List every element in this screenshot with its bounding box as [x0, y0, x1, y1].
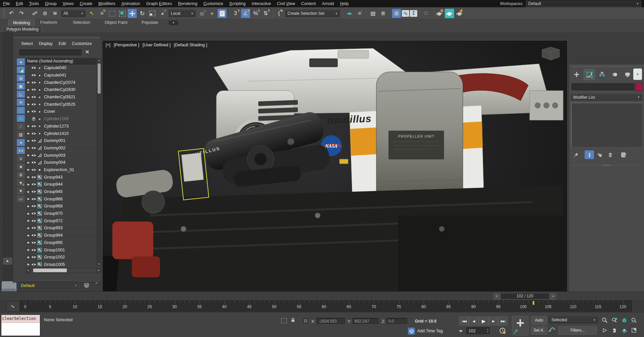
visibility-eye-icon[interactable] — [31, 139, 37, 142]
expand-icon[interactable]: ▶ — [26, 212, 31, 215]
curve-editor-icon[interactable]: ∿ — [402, 10, 409, 17]
menu-graph-editors[interactable]: Graph Editors — [143, 1, 175, 6]
menu-file[interactable]: File — [0, 1, 13, 6]
select-and-scale-icon[interactable] — [148, 9, 157, 18]
named-selection-sets-combo[interactable]: Create Selection Set▼ — [285, 10, 340, 17]
column-header-name[interactable]: Name (Sorted Ascending) — [26, 58, 96, 64]
lock-cell-editing-icon[interactable]: ■ — [16, 163, 25, 171]
viewport-menu-general[interactable]: [+] — [106, 43, 110, 47]
hscroll-track[interactable] — [31, 268, 96, 273]
expand-icon[interactable]: ▶ — [26, 139, 31, 142]
select-and-move-icon[interactable] — [127, 9, 137, 18]
use-pivot-point-center-icon[interactable]: ▯▯+ — [197, 9, 207, 18]
list-item[interactable]: ●Cylinder1269 — [26, 115, 96, 123]
more-chevrons-icon[interactable]: » — [96, 281, 98, 285]
object-name[interactable]: Cover — [44, 109, 55, 114]
visibility-eye-icon[interactable] — [31, 154, 37, 157]
visibility-eye-icon[interactable] — [31, 234, 37, 237]
expand-icon[interactable]: ▶ — [26, 241, 31, 244]
display-space-warps-icon[interactable]: ≋ — [16, 98, 25, 106]
display-groups-icon[interactable]: ◰ — [16, 106, 25, 114]
search-input[interactable] — [19, 49, 82, 56]
pick-container-icon[interactable]: ▭ — [16, 195, 25, 203]
visibility-eye-icon[interactable] — [31, 197, 37, 201]
hscroll-thumb[interactable] — [33, 269, 67, 272]
list-item[interactable]: ▶Group993 — [26, 225, 96, 232]
object-name[interactable]: Group1001 — [44, 248, 65, 252]
tab-polygon-modeling[interactable]: Polygon Modeling — [3, 26, 42, 32]
menu-animation[interactable]: Animation — [118, 1, 143, 6]
maxscript-mini-listener[interactable]: clearSelection — [1, 315, 40, 336]
object-name[interactable]: ExplorerArm_01 — [44, 167, 74, 172]
explorer-menu-display[interactable]: Display — [39, 41, 53, 46]
explorer-menu-customize[interactable]: Customize — [72, 41, 92, 46]
previous-frame-button[interactable]: ◀| — [469, 317, 479, 326]
object-name[interactable]: Dummy001 — [44, 138, 65, 143]
object-name[interactable]: ChamferCyl2830 — [44, 87, 75, 92]
show-end-result-icon[interactable] — [585, 150, 594, 159]
object-name[interactable]: Group1002 — [44, 255, 65, 259]
visibility-eye-icon[interactable] — [31, 81, 37, 84]
layers-icon[interactable] — [83, 282, 91, 289]
select-and-place-icon[interactable]: ◕↗ — [158, 9, 167, 18]
list-item[interactable]: ▶●ExplorerArm_01 — [26, 166, 96, 174]
object-name[interactable]: Group995 — [44, 240, 63, 245]
field-of-view-icon[interactable] — [600, 326, 609, 334]
menu-modifiers[interactable]: Modifiers — [95, 1, 118, 6]
list-item[interactable]: ▶●ChamferCyl2074 — [26, 79, 96, 86]
menu-scripting[interactable]: Scripting — [226, 1, 249, 6]
list-item[interactable]: ▶Group970 — [26, 210, 96, 218]
mini-curve-editor-button[interactable]: ∿ — [6, 301, 19, 312]
list-item[interactable]: ▶Dummy003 — [26, 152, 96, 159]
explorer-menu-edit[interactable]: Edit — [59, 41, 66, 46]
time-configuration-icon[interactable] — [498, 327, 506, 335]
display-frozen-icon[interactable]: ∗ — [16, 139, 25, 146]
select-object-icon[interactable]: ↖ — [87, 9, 97, 18]
panel-tab-display[interactable] — [622, 69, 633, 80]
schematic-view-icon[interactable]: ∷ — [421, 9, 431, 18]
menu-edit[interactable]: Edit — [13, 1, 26, 6]
dope-sheet-icon[interactable]: ↧ — [410, 10, 417, 17]
selection-set-key-dropdown[interactable]: Selected ▼ — [549, 317, 598, 323]
timeline-ruler[interactable]: 0510152025303540455055606570758085909510… — [20, 300, 632, 311]
menu-create[interactable]: Create — [77, 1, 96, 6]
object-name[interactable]: Group972 — [44, 219, 63, 223]
list-item[interactable]: ▶Group1002 — [26, 254, 96, 261]
list-item[interactable]: ▶Group944 — [26, 181, 96, 188]
filter-combinations-icon[interactable]: ▼ — [16, 187, 25, 195]
toggle-scene-explorer-icon[interactable]: ▤ — [368, 9, 378, 18]
object-name[interactable]: Group970 — [44, 211, 63, 216]
menu-customize[interactable]: Customize — [200, 1, 226, 6]
expand-icon[interactable]: ▶ — [26, 183, 31, 186]
scrollbar-thumb[interactable] — [98, 63, 101, 94]
spinner-snap-toggle-icon[interactable]: ⇅ʔ — [261, 9, 270, 18]
expand-icon[interactable]: ▶ — [26, 125, 31, 128]
remove-modifier-icon[interactable] — [605, 150, 615, 159]
object-name[interactable]: ChamferCyl2074 — [44, 80, 75, 85]
list-item[interactable]: ▶●Cylinder1273 — [26, 123, 96, 130]
object-name-field[interactable] — [572, 83, 635, 90]
rendered-frame-window-icon[interactable] — [445, 9, 454, 18]
menu-rendering[interactable]: Rendering — [175, 1, 201, 6]
sync-selection-icon[interactable]: ≣ — [16, 171, 25, 179]
visibility-eye-icon[interactable] — [31, 161, 37, 164]
pin-stack-icon[interactable] — [571, 150, 581, 159]
visibility-eye-icon[interactable] — [31, 132, 37, 135]
perspective-viewport[interactable]: [+] [Perspective ] [User Defined ] [Defa… — [103, 41, 567, 292]
ribbon-tab-selection[interactable]: Selection — [70, 19, 93, 26]
snaps-toggle-3d-icon[interactable]: 3ʔ — [231, 9, 240, 18]
frame-spinner[interactable]: ▲▼ — [486, 327, 490, 334]
edit-named-selection-sets-icon[interactable]: {✎ — [274, 9, 284, 18]
expand-icon[interactable]: ▶ — [26, 248, 31, 251]
list-item[interactable]: ▶Group945 — [26, 188, 96, 196]
active-layer-dropdown[interactable]: Default ▾ — [18, 281, 79, 289]
object-name[interactable]: Capsule041 — [44, 73, 66, 78]
menu-arnold[interactable]: Arnold — [319, 1, 337, 6]
absolute-mode-icon[interactable]: ⊡ — [302, 317, 309, 325]
object-name[interactable]: Group968 — [44, 204, 63, 208]
selection-filter-dropdown[interactable]: All▼ — [61, 10, 86, 17]
visibility-eye-icon[interactable] — [31, 103, 37, 106]
key-filters-button[interactable]: Filters... — [558, 326, 597, 335]
toggle-layer-explorer-icon[interactable]: ≣ — [378, 9, 388, 18]
search-field[interactable] — [18, 49, 82, 56]
